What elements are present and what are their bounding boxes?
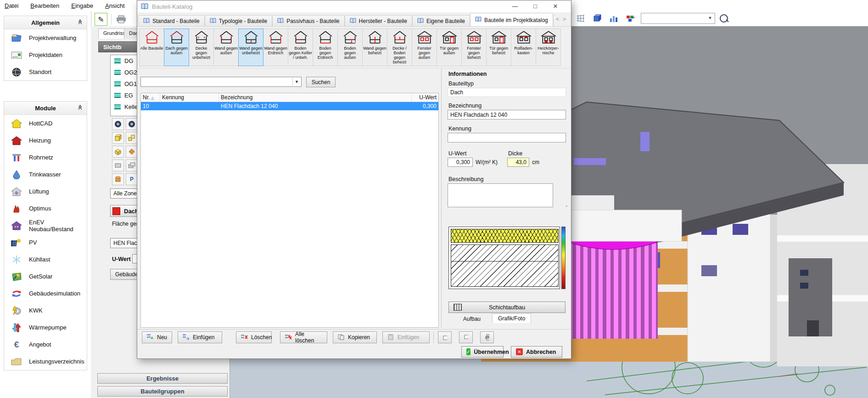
sidebar-item-rohrnetz[interactable]: Rohrnetz [4,149,87,166]
category-decke-boden-beheizt[interactable]: Decke / Boden gegen beheizt [387,28,412,66]
collapse-icon[interactable]: ≪ [78,105,84,110]
kennung-input[interactable] [448,133,566,142]
maximize-button[interactable]: □ [525,0,545,11]
toolbar-button-neu[interactable]: +Neu [142,331,172,343]
menu-item-bearbeiten[interactable]: Bearbeiten [30,2,59,9]
sidebar-item-w-rmepumpe[interactable]: Wärmepumpe [4,319,87,336]
sidebar-item-getsolar[interactable]: GetSolar [4,268,87,285]
sidebar-item-enev-neubau-bestand[interactable]: EnEV Neubau/Bestand [4,217,87,234]
column-header-bezeichnung[interactable]: Bezeichnung [219,93,412,102]
sidebar-item-leistungsverzeichnis[interactable]: Leistungsverzeichnis [4,353,87,370]
panels-icon[interactable] [126,159,138,171]
letter-p-icon[interactable]: P [126,173,138,185]
panel-icon[interactable] [112,159,124,171]
printer-icon[interactable] [115,13,127,25]
tab-grafik-foto[interactable]: Grafik/Foto [492,313,531,323]
toolbar-button-einf-gen[interactable]: Einfügen [178,331,222,343]
catalog-tab-bauteile-d[interactable]: Bauteile d [553,15,555,27]
category-boden-aussen[interactable]: Boden gegen außen [337,28,363,66]
toolbar-button-alle-l-schen[interactable]: Alle löschen [280,331,327,343]
search-combo[interactable]: ▼ [140,77,302,87]
category-wand-beheizt[interactable]: Wand gegen beheizt [362,28,387,66]
box3d-icon[interactable] [112,132,124,144]
category-boden-erdreich[interactable]: Boden gegen Erdreich [313,28,338,66]
pencil-icon[interactable]: ✎ [95,13,107,26]
category-dach[interactable]: Dach gegen außen [164,28,189,66]
sidebar-item-angebot[interactable]: €Angebot [4,336,87,353]
sidebar-item-l-ftung[interactable]: Lüftung [4,183,87,200]
diamond-icon[interactable] [126,146,138,158]
export-down-icon[interactable] [459,331,473,343]
menu-item-ansicht[interactable]: Ansicht [105,2,125,9]
dialog-title-bar[interactable]: Bauteil-Katalog — □ ✕ [137,0,571,12]
sidebar-item-projektdaten[interactable]: Projektdaten [4,46,87,63]
catalog-tab-standard-bauteile[interactable]: Standard - Bauteile [138,15,205,27]
catalog-tab-passivhaus-bauteile[interactable]: Passivhaus - Bauteile [272,15,344,27]
magnifier-icon[interactable] [720,14,728,23]
minimize-button[interactable]: — [505,0,525,11]
toolbar-button-kopieren[interactable]: Kopieren [333,331,377,343]
category-fenster-beheizt[interactable]: Fenster gegen beheizt [461,28,487,66]
chevron-down-icon[interactable]: ▼ [292,78,301,86]
collapse-icon[interactable]: ≪ [78,19,84,25]
results-button[interactable]: Ergebnisse [97,373,228,384]
category-heizkoerper[interactable]: Heizkörper-nische [536,28,561,66]
palette-icon[interactable]: HA [624,12,636,24]
dicke-input[interactable]: 43,0 [507,158,529,167]
column-header-uwert[interactable]: U-Wert [412,93,438,102]
category-rollladen[interactable]: Rollladen-kasten [511,28,536,66]
tab-scroll-left-icon[interactable]: < [556,16,559,23]
cancel-button[interactable]: ✕ Abbrechen [511,346,562,358]
openbox-icon[interactable] [112,146,124,158]
toolbar-button-einf-gen[interactable]: Einfügen [382,331,430,343]
sidebar-item-standort[interactable]: Standort [4,63,87,80]
category-alle[interactable]: Alle Bauteile [139,28,164,66]
column-header-kennung[interactable]: Kennung [160,93,219,102]
category-wand-erdreich[interactable]: Wand gegen Erdreich [263,28,288,66]
toolbar-button-l-schen[interactable]: Löschen [236,331,272,343]
catalog-tab-typologie-bauteile[interactable]: Typologie - Bauteile [205,15,272,27]
menu-item-eingabe[interactable]: Eingabe [71,2,93,9]
sidebar-item-pv[interactable]: PV [4,234,87,251]
print-small-icon[interactable] [480,331,494,343]
cube-icon[interactable] [591,12,603,24]
sidebar-item-heizung[interactable]: Heizung [4,132,87,149]
tab-aufbau[interactable]: Aufbau [458,314,486,324]
category-boden-keller[interactable]: Boden gegen Keller / unbeh. [288,28,313,66]
sidebar-item-projektverwaltung[interactable]: Projektverwaltung [4,29,87,46]
category-wand-aussen[interactable]: Wand gegen außen [213,28,239,66]
chart-icon[interactable] [608,12,620,24]
category-tuer-aussen[interactable]: Tür gegen außen [437,28,462,66]
schichtaufbau-button[interactable]: Schichtaufbau [448,301,566,313]
sidebar-item-k-hllast[interactable]: Kühllast [4,251,87,268]
cylinder-icon[interactable] [112,173,124,185]
column-header-nr[interactable]: Nr.△ [141,93,160,102]
sidebar-item-trinkwasser[interactable]: Trinkwasser [4,166,87,183]
table-row[interactable]: 10HEN Flachdach 12 0400,300 [141,102,438,110]
category-fenster-aussen[interactable]: Fenster gegen außen [412,28,437,66]
category-tuer-beheizt[interactable]: Tür gegen beheizt [486,28,511,66]
info-uwert-input[interactable]: 0,300 [448,158,473,167]
tab-scroll-right-icon[interactable]: > [563,16,566,23]
apply-button[interactable]: ✓ Übernehmen [461,346,504,358]
view-combo-input[interactable] [641,13,705,23]
sidebar-item-hottcad[interactable]: HottCAD [4,115,87,132]
eye-icon[interactable] [112,118,124,130]
bezeichnung-input[interactable]: HEN Flachdach 12 040 [448,110,566,119]
chevron-down-icon[interactable]: ▼ [706,14,714,22]
scroll-chevron-icon[interactable]: ⌄ [565,203,568,208]
sidebar-item-geb-udesimulation[interactable]: Gebäudesimulation [4,285,87,302]
grid-icon[interactable] [575,12,587,24]
sidebar-item-kwk[interactable]: KWK [4,302,87,319]
sidebar-item-optimus[interactable]: Optimus [4,200,87,217]
catalog-tab-hersteller-bauteile[interactable]: Hersteller - Bauteile [345,15,412,27]
component-groups-button[interactable]: Bauteilgruppen [97,386,228,397]
search-input[interactable] [141,77,292,86]
menu-item-datei[interactable]: Datei [5,2,18,9]
category-decke-unbeheizt[interactable]: Decke gegen unbeheizt [189,28,214,66]
beschreibung-textarea[interactable] [448,183,553,207]
view-combo[interactable]: ▼ [641,13,715,24]
export-up-icon[interactable] [438,331,452,343]
catalog-tab-eigene-bauteile[interactable]: Eigene Bauteile [412,15,470,27]
boxes-icon[interactable] [126,132,138,144]
